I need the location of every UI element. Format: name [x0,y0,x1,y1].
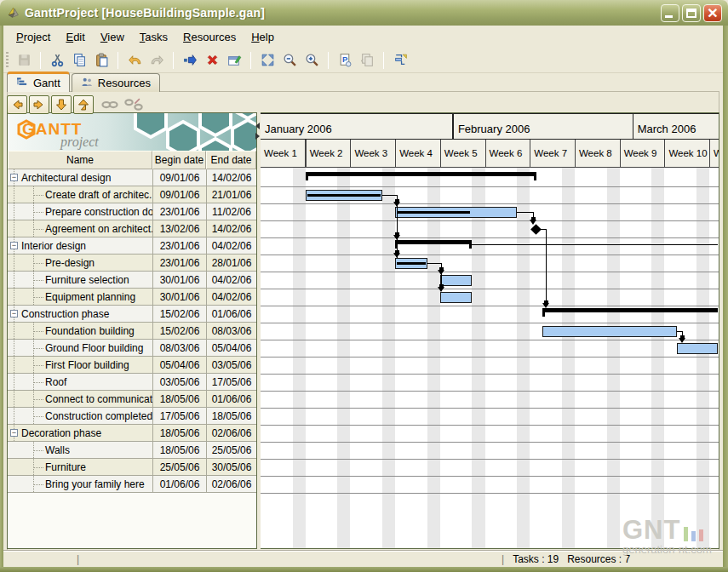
row-grid-line [261,391,719,392]
menu-tasks[interactable]: Tasks [132,28,175,46]
task-name-label: Foundation building [45,325,135,337]
table-row[interactable]: Ground Floor building08/03/0605/04/06 [8,340,256,357]
task-name-label: Interior design [21,240,86,252]
end-date-cell: 25/05/06 [206,442,256,458]
zoom-fit-icon[interactable] [257,50,278,71]
copy-icon[interactable] [69,50,89,71]
row-grid-line [261,323,719,323]
collapse-expander[interactable]: − [10,429,18,437]
report-icon[interactable]: P [335,50,355,71]
table-row[interactable]: −Interior design23/01/0604/02/06 [8,237,256,255]
undo-icon[interactable] [124,50,145,71]
split-pane-divider[interactable] [257,112,261,549]
task-bar[interactable] [440,292,473,303]
delete-task-icon[interactable] [202,50,222,71]
minimize-button[interactable] [661,4,679,22]
toolbar-separator [118,52,118,69]
task-name-cell: Bring your family here [8,476,152,492]
menu-edit[interactable]: Edit [58,28,92,46]
table-row[interactable]: Bring your family here01/06/0602/06/06 [8,476,256,493]
table-row[interactable]: Pre-design23/01/0628/01/06 [8,255,256,272]
link-tasks-button [100,95,119,114]
move-task-left-button[interactable] [7,95,27,114]
column-header-end-date[interactable]: End date [206,151,256,169]
task-name-cell: Roof [8,374,152,390]
weekend-stripe [562,168,575,548]
row-grid-line [261,476,719,477]
weekend-stripe [337,168,350,548]
summary-bar-cap [534,172,536,180]
table-row[interactable]: −Construction phase15/02/0601/06/06 [8,306,256,323]
week-header-cell: Week 8 [575,140,621,168]
tab-resources[interactable]: Resources [72,73,160,92]
table-row[interactable]: −Architectural design09/01/0614/02/06 [8,169,256,186]
table-row[interactable]: Equipment planning30/01/0604/02/06 [8,289,256,306]
title-bar[interactable]: GanttProject [HouseBuildingSample.gan] ✕ [0,0,728,26]
month-header-cell: March 2006 [633,113,719,140]
toolbar-separator [250,52,251,69]
table-row[interactable]: Agreement on architect...13/02/0614/02/0… [8,220,256,237]
column-header-begin-date[interactable]: Begin date [152,151,206,169]
summary-bar[interactable] [395,240,472,244]
table-row[interactable]: Prepare construction do...23/01/0611/02/… [8,203,256,220]
menu-help[interactable]: Help [244,28,282,46]
summary-bar[interactable] [306,172,536,176]
table-row[interactable]: −Decoration phase18/05/0602/06/06 [8,425,256,442]
tree-line [33,203,34,220]
column-header-name[interactable]: Name [8,151,152,169]
table-row[interactable]: Walls18/05/0625/05/06 [8,442,256,459]
collapse-expander[interactable]: − [10,242,18,249]
begin-date-cell: 09/01/06 [152,169,206,186]
critical-path-icon[interactable] [390,50,410,71]
paste-icon[interactable] [91,50,112,71]
move-task-up-button[interactable] [73,95,94,114]
menu-resources[interactable]: Resources [175,28,244,46]
tree-line [33,357,34,373]
table-row[interactable]: Create draft of architec...09/01/0621/01… [8,186,256,203]
collapse-expander[interactable]: − [10,310,18,317]
collapse-expander[interactable]: − [10,174,18,181]
row-grid-line [261,374,719,375]
gantt-chart-panel: January 2006February 2006March 2006Week … [261,112,719,549]
zoom-in-icon[interactable] [301,50,322,71]
tree-line [33,374,34,390]
tab-gantt[interactable]: Gantt [7,72,70,92]
begin-date-cell: 30/01/06 [152,289,206,305]
tree-line [33,263,43,264]
tree-line [33,467,43,468]
new-task-icon[interactable] [180,50,200,71]
task-bar[interactable] [677,343,718,354]
splitter-collapse-right-icon[interactable] [255,133,260,140]
table-row[interactable]: Furniture selection30/01/0604/02/06 [8,272,256,289]
move-task-right-button[interactable] [29,95,49,114]
menu-view[interactable]: View [93,28,132,46]
tree-line [33,220,34,237]
summary-bar[interactable] [542,308,718,312]
table-row[interactable]: Foundation building15/02/0608/03/06 [8,323,256,340]
maximize-button[interactable] [682,4,701,22]
task-properties-icon[interactable] [224,50,244,71]
resources-tab-icon [81,77,94,89]
cut-icon[interactable] [47,50,67,71]
task-name-cell: Connect to communicati... [8,391,152,407]
tree-line [33,323,34,339]
move-task-down-button[interactable] [51,95,72,114]
close-button[interactable]: ✕ [703,4,722,22]
splitter-collapse-left-icon[interactable] [255,123,260,129]
table-row[interactable]: First Floor building05/04/0603/05/06 [8,357,256,374]
table-row[interactable]: Construction completed17/05/0618/05/06 [8,408,256,425]
tab-label: Resources [98,77,151,89]
task-name-cell: −Decoration phase [8,425,152,441]
table-row[interactable]: Roof03/05/0617/05/06 [8,374,256,391]
task-bar[interactable] [440,275,473,286]
menu-project[interactable]: Project [9,28,58,46]
table-row[interactable]: Furniture25/05/0630/05/06 [8,459,256,476]
tree-line [33,340,34,356]
zoom-out-icon[interactable] [279,50,300,71]
row-grid-line [261,289,719,289]
task-bar[interactable] [542,326,677,337]
begin-date-cell: 01/06/06 [152,476,206,492]
tree-line [33,195,43,196]
status-bar: | | Tasks : 19 Resources : 7 [3,551,723,567]
table-row[interactable]: Connect to communicati...18/05/0601/06/0… [8,391,256,408]
